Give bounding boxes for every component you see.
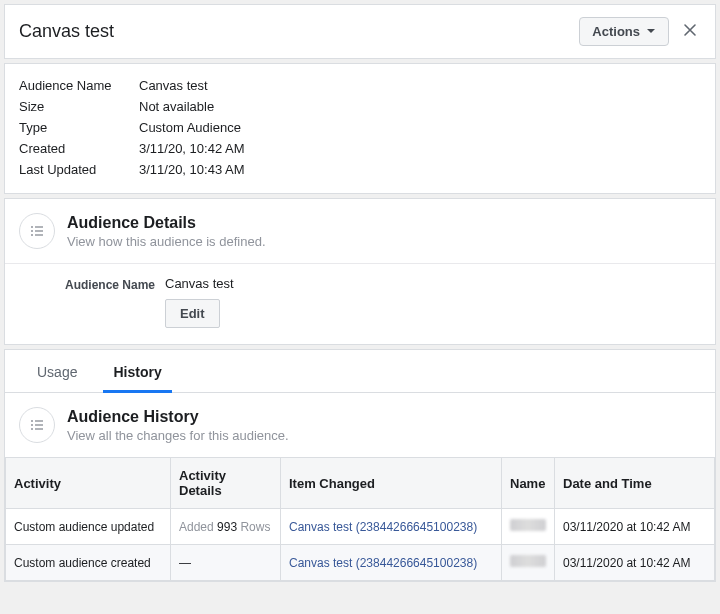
redacted-name	[510, 519, 546, 531]
summary-value: Not available	[139, 99, 214, 114]
cell-item-changed: Canvas test (23844266645100238)	[281, 545, 502, 581]
svg-rect-7	[35, 420, 43, 421]
summary-row-size: Size Not available	[19, 99, 701, 114]
close-icon	[683, 23, 697, 40]
svg-rect-5	[35, 234, 43, 235]
item-link[interactable]: Canvas test (23844266645100238)	[289, 520, 477, 534]
table-row: Custom audience created — Canvas test (2…	[6, 545, 715, 581]
audience-details-header: Audience Details View how this audience …	[19, 213, 701, 249]
edit-button[interactable]: Edit	[165, 299, 220, 328]
close-button[interactable]	[677, 17, 703, 46]
svg-point-6	[31, 420, 33, 422]
svg-point-2	[31, 230, 33, 232]
tab-history[interactable]: History	[95, 350, 179, 392]
summary-value: Custom Audience	[139, 120, 241, 135]
col-datetime: Date and Time	[555, 458, 715, 509]
svg-point-8	[31, 424, 33, 426]
col-activity: Activity	[6, 458, 171, 509]
cell-activity-details: Added 993 Rows	[171, 509, 281, 545]
audience-summary: Audience Name Canvas test Size Not avail…	[4, 63, 716, 194]
table-row: Custom audience updated Added 993 Rows C…	[6, 509, 715, 545]
history-table: Activity Activity Details Item Changed N…	[5, 457, 715, 581]
header-actions: Actions	[579, 17, 703, 46]
summary-label: Created	[19, 141, 139, 156]
history-table-header-row: Activity Activity Details Item Changed N…	[6, 458, 715, 509]
history-title: Audience History	[67, 408, 289, 426]
summary-row-type: Type Custom Audience	[19, 120, 701, 135]
audience-details-subtitle: View how this audience is defined.	[67, 234, 266, 249]
cell-activity: Custom audience updated	[6, 509, 171, 545]
list-icon	[19, 407, 55, 443]
cell-activity-details: —	[171, 545, 281, 581]
svg-rect-9	[35, 424, 43, 425]
cell-datetime: 03/11/2020 at 10:42 AM	[555, 545, 715, 581]
summary-row-created: Created 3/11/20, 10:42 AM	[19, 141, 701, 156]
summary-label: Size	[19, 99, 139, 114]
item-link[interactable]: Canvas test (23844266645100238)	[289, 556, 477, 570]
audience-details-body: Audience Name Canvas test Edit	[5, 263, 715, 344]
summary-label: Type	[19, 120, 139, 135]
page-title: Canvas test	[19, 21, 114, 42]
col-activity-details: Activity Details	[171, 458, 281, 509]
svg-rect-3	[35, 230, 43, 231]
actions-button-label: Actions	[592, 24, 640, 39]
svg-rect-1	[35, 226, 43, 227]
cell-activity: Custom audience created	[6, 545, 171, 581]
cell-name	[502, 545, 555, 581]
audience-details-card: Audience Details View how this audience …	[4, 198, 716, 345]
history-card: Usage History Audience History View all …	[4, 349, 716, 582]
summary-row-last-updated: Last Updated 3/11/20, 10:43 AM	[19, 162, 701, 177]
caret-down-icon	[646, 24, 656, 39]
summary-label: Last Updated	[19, 162, 139, 177]
svg-rect-11	[35, 428, 43, 429]
audience-details-title: Audience Details	[67, 214, 266, 232]
list-icon	[19, 213, 55, 249]
summary-row-audience-name: Audience Name Canvas test	[19, 78, 701, 93]
redacted-name	[510, 555, 546, 567]
details-audience-name-label: Audience Name	[57, 276, 165, 292]
col-item-changed: Item Changed	[281, 458, 502, 509]
cell-name	[502, 509, 555, 545]
cell-datetime: 03/11/2020 at 10:42 AM	[555, 509, 715, 545]
summary-label: Audience Name	[19, 78, 139, 93]
summary-value: 3/11/20, 10:42 AM	[139, 141, 245, 156]
summary-value: 3/11/20, 10:43 AM	[139, 162, 245, 177]
svg-point-0	[31, 226, 33, 228]
history-subtitle: View all the changes for this audience.	[67, 428, 289, 443]
tabs: Usage History	[5, 350, 715, 393]
svg-point-4	[31, 234, 33, 236]
actions-button[interactable]: Actions	[579, 17, 669, 46]
details-audience-name-value: Canvas test	[165, 276, 234, 291]
svg-point-10	[31, 428, 33, 430]
summary-value: Canvas test	[139, 78, 208, 93]
page-header: Canvas test Actions	[4, 4, 716, 59]
history-header: Audience History View all the changes fo…	[5, 393, 715, 457]
cell-item-changed: Canvas test (23844266645100238)	[281, 509, 502, 545]
col-name: Name	[502, 458, 555, 509]
tab-usage[interactable]: Usage	[19, 350, 95, 392]
